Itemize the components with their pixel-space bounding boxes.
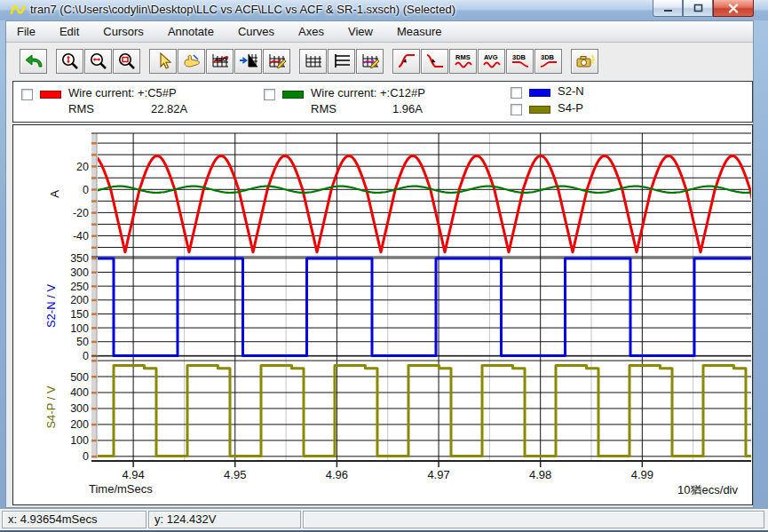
- toggle-axes-button[interactable]: [328, 49, 355, 74]
- ytick-label: 0: [83, 184, 89, 196]
- window-title: tran7 (C:\Users\codylin\Desktop\LLC vs A…: [30, 3, 455, 16]
- xtick-label: 4.94: [122, 468, 144, 481]
- legend-swatch-c12: [282, 91, 304, 99]
- select-cursor-button[interactable]: [149, 49, 177, 74]
- toggle-grid-button[interactable]: [299, 49, 327, 74]
- curve-label-button[interactable]: ABO: [206, 49, 234, 74]
- waveform-A: [13, 156, 752, 252]
- xtick-label: 4.98: [529, 468, 551, 481]
- waveform-graph[interactable]: -40-200200501001502002503003500100200300…: [12, 124, 753, 505]
- maximize-button[interactable]: [683, 0, 713, 17]
- svg-text:3DB: 3DB: [541, 53, 555, 61]
- ytick-label: 20: [76, 161, 89, 173]
- svg-text:ABO: ABO: [215, 57, 227, 62]
- toolbar-group: [56, 49, 141, 74]
- svg-text:RMS: RMS: [455, 53, 471, 61]
- ytick-label: 400: [70, 386, 89, 399]
- rms-measure-button[interactable]: RMS: [449, 49, 477, 74]
- toolbar-group: [20, 49, 48, 74]
- client-area: File Edit Cursors Annotate Curves Axes V…: [5, 20, 754, 508]
- menu-view[interactable]: View: [348, 25, 373, 38]
- add-curve-icon: [266, 52, 288, 71]
- status-y-readout: y: 124.432V: [148, 511, 301, 528]
- svg-text:AVG: AVG: [484, 53, 498, 61]
- tool-bar: ABORMSAVG3DB3DB: [6, 43, 753, 79]
- menu-cursors[interactable]: Cursors: [103, 25, 144, 38]
- drag-annotate-icon: [181, 52, 202, 71]
- menu-file[interactable]: File: [17, 25, 36, 38]
- legend-swatch-s4p: [529, 106, 550, 114]
- menu-curves[interactable]: Curves: [238, 25, 274, 38]
- title-bar[interactable]: tran7 (C:\Users\codylin\Desktop\LLC vs A…: [0, 0, 768, 20]
- ytick-label: -40: [73, 230, 89, 242]
- yaxis-label-current: A: [48, 190, 61, 198]
- 3db-lowpass-button[interactable]: 3DB: [506, 49, 534, 74]
- yaxis-label-s2n: S2-N / V: [44, 284, 58, 328]
- per-division-label: 10猶ecs/div: [677, 482, 738, 498]
- menu-annotate[interactable]: Annotate: [168, 25, 214, 38]
- zoom-box-button[interactable]: [113, 49, 140, 74]
- ytick-label: 150: [70, 308, 89, 321]
- add-axis-icon: [238, 52, 259, 71]
- toolbar-group: [299, 49, 384, 74]
- ytick-label: 50: [76, 336, 89, 348]
- legend-swatch-s2n: [529, 89, 550, 97]
- drag-annotate-button[interactable]: [178, 49, 205, 74]
- menu-axes[interactable]: Axes: [298, 25, 324, 38]
- ytick-label: -20: [73, 207, 89, 219]
- zoom-x-fit-icon: [88, 52, 109, 71]
- status-x-readout: x: 4.93654mSecs: [2, 511, 146, 528]
- menu-bar: File Edit Cursors Annotate Curves Axes V…: [6, 21, 753, 43]
- svg-text:3DB: 3DB: [512, 53, 527, 61]
- status-extra: [303, 511, 764, 528]
- toggle-grid-icon: [303, 52, 324, 71]
- edit-graph-icon: [360, 52, 381, 71]
- toolbar-group: [571, 49, 599, 74]
- snapshot-icon: [574, 52, 596, 71]
- xtick-label: 4.95: [224, 468, 246, 481]
- fall-time-button[interactable]: [421, 49, 448, 74]
- toolbar-group: RMSAVG3DB3DB: [392, 49, 563, 74]
- zoom-y-fit-icon: [59, 52, 81, 71]
- avg-measure-button[interactable]: AVG: [478, 49, 505, 74]
- legend-checkbox-c12[interactable]: [264, 89, 275, 100]
- ytick-label: 0: [83, 350, 89, 362]
- legend-checkbox-s2n[interactable]: [511, 87, 522, 99]
- legend-stat-name-c5: RMS: [68, 102, 94, 115]
- menu-measure[interactable]: Measure: [397, 25, 442, 38]
- legend-label-c12: Wire current: +:C12#P: [311, 86, 425, 99]
- legend-stat-value-c5: 22.82A: [151, 102, 187, 115]
- ytick-label: 300: [70, 266, 89, 279]
- ytick-label: 300: [70, 402, 89, 415]
- maximize-icon: [693, 4, 703, 12]
- ytick-label: 0: [83, 450, 89, 463]
- menu-edit[interactable]: Edit: [59, 25, 79, 38]
- ytick-label: 100: [70, 434, 89, 447]
- legend-checkbox-s4p[interactable]: [511, 104, 522, 115]
- avg-measure-icon: AVG: [481, 52, 503, 71]
- undo-button[interactable]: [20, 49, 47, 74]
- zoom-x-fit-button[interactable]: [84, 49, 112, 74]
- waveform-S4P: [13, 365, 752, 456]
- edit-graph-button[interactable]: [356, 49, 384, 74]
- close-button[interactable]: [713, 0, 754, 17]
- xtick-label: 4.96: [326, 468, 348, 481]
- zoom-y-fit-button[interactable]: [56, 49, 83, 74]
- legend-stat-value-c12: 1.96A: [392, 102, 423, 115]
- legend-swatch-c5: [40, 91, 61, 99]
- xtick-label: 4.97: [427, 468, 449, 481]
- add-curve-button[interactable]: [263, 49, 290, 74]
- add-axis-button[interactable]: [234, 49, 262, 74]
- rise-time-icon: [396, 52, 417, 71]
- xaxis-label: Time/mSecs: [89, 482, 153, 496]
- minimize-button[interactable]: [653, 0, 683, 17]
- ytick-label: 200: [70, 294, 89, 306]
- rise-time-button[interactable]: [392, 49, 420, 74]
- legend-checkbox-c5[interactable]: [21, 89, 33, 100]
- snapshot-button[interactable]: [571, 49, 598, 74]
- app-icon: [10, 3, 26, 17]
- close-icon: [728, 4, 739, 13]
- 3db-highpass-button[interactable]: 3DB: [534, 49, 562, 74]
- ytick-label: 350: [70, 252, 89, 265]
- plot-canvas[interactable]: -40-200200501001502002503003500100200300…: [13, 125, 752, 504]
